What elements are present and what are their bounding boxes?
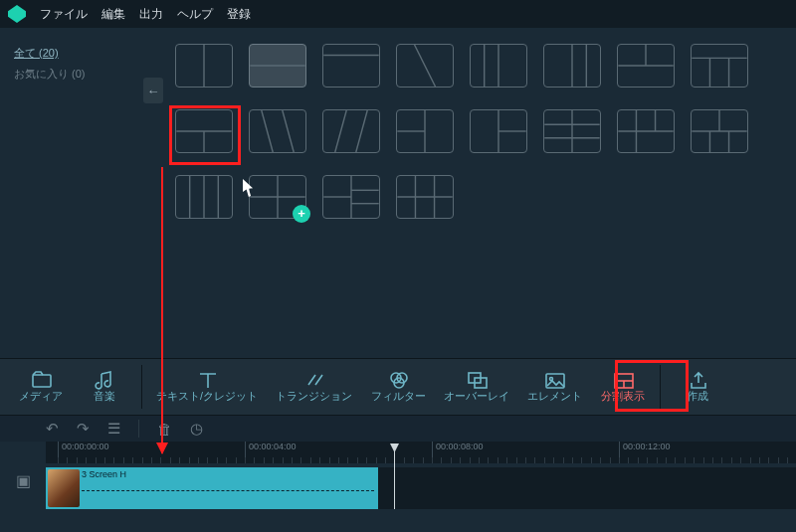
toolbar-separator — [141, 365, 142, 409]
split-icon — [612, 370, 634, 390]
layout-grid-2x2[interactable]: + — [249, 175, 306, 219]
filter-icon — [387, 370, 409, 390]
layout-3row-2col[interactable] — [543, 109, 601, 153]
menu-output[interactable]: 出力 — [139, 6, 163, 23]
music-icon — [94, 370, 115, 390]
layout-3col-r[interactable] — [543, 44, 601, 88]
workspace: 全て (20) お気に入り (0) ← — [0, 28, 796, 358]
svg-line-3 — [415, 45, 436, 87]
layout-2col[interactable] — [175, 44, 233, 88]
layout-top-split[interactable] — [617, 44, 675, 88]
timeline-tools: ↶ ↷ ☰ 🗑 ◷ — [0, 416, 796, 442]
sidebar-favorites[interactable]: お気に入り (0) — [14, 68, 86, 80]
svg-rect-45 — [33, 375, 51, 387]
menu-bar: ファイル 編集 出力 ヘルプ 登録 — [0, 0, 796, 28]
tool-element[interactable]: エレメント — [519, 366, 590, 408]
tool-filter-label: フィルター — [371, 390, 426, 404]
ruler-tick-major: 00:00:12:00 — [619, 442, 671, 463]
layout-quad-b[interactable] — [691, 109, 748, 153]
tool-element-label: エレメント — [527, 390, 582, 404]
tool-overlay[interactable]: オーバーレイ — [436, 366, 517, 408]
layout-tri-a[interactable] — [691, 44, 748, 88]
track-lane[interactable]: 3 Screen H — [46, 467, 796, 509]
clip-label: 3 Screen H — [82, 469, 126, 479]
tool-text[interactable]: テキスト/クレジット — [148, 366, 266, 408]
ruler-tick-major: 00:00:08:00 — [432, 442, 484, 463]
clip-audio-line — [82, 490, 374, 491]
tool-split-label: 分割表示 — [601, 390, 645, 404]
category-toolbar: メディア 音楽 テキスト/クレジット トランジション フィルター オーバーレイ … — [0, 358, 796, 416]
tool-split[interactable]: 分割表示 — [592, 366, 654, 408]
tool-transition-label: トランジション — [276, 390, 352, 404]
transition-icon — [303, 370, 325, 390]
layout-diag[interactable] — [396, 44, 454, 88]
track-head-icon[interactable]: ▣ — [0, 463, 46, 531]
tool-music[interactable]: 音楽 — [74, 366, 135, 408]
layout-grid-2x3[interactable] — [396, 175, 454, 219]
image-icon — [543, 370, 565, 390]
folder-icon — [30, 370, 52, 390]
menu-edit[interactable]: 編集 — [101, 6, 125, 23]
tool-overlay-label: オーバーレイ — [444, 390, 509, 404]
svg-line-16 — [283, 110, 294, 152]
svg-line-15 — [262, 110, 273, 152]
timeline-ruler[interactable]: 00:00:00:0000:00:04:0000:00:08:0000:00:1… — [46, 442, 796, 463]
svg-line-17 — [335, 110, 346, 152]
undo-icon[interactable]: ↶ — [46, 420, 59, 438]
tool-music-label: 音楽 — [94, 390, 115, 404]
sidebar-back-button[interactable]: ← — [143, 78, 163, 103]
layout-grid: + — [159, 28, 796, 358]
tool-export[interactable]: 作成 — [667, 366, 728, 408]
ruler-tick-major: 00:00:00:00 — [58, 442, 109, 463]
app-logo-icon — [8, 5, 26, 23]
layout-diag3-a[interactable] — [249, 109, 306, 153]
playhead[interactable] — [394, 445, 395, 509]
toolbar-separator — [660, 365, 661, 409]
layout-diag3-b[interactable] — [322, 109, 380, 153]
layout-3col-l[interactable] — [470, 44, 527, 88]
video-clip[interactable]: 3 Screen H — [46, 467, 378, 509]
text-icon — [196, 370, 218, 390]
tool-media[interactable]: メディア — [10, 366, 72, 408]
svg-line-18 — [356, 110, 367, 152]
sidebar: 全て (20) お気に入り (0) — [0, 28, 159, 358]
tool-transition[interactable]: トランジション — [268, 366, 361, 408]
tool-text-label: テキスト/クレジット — [156, 390, 258, 404]
delete-icon[interactable]: 🗑 — [157, 421, 172, 438]
menu-file[interactable]: ファイル — [40, 6, 88, 23]
layout-quad-a[interactable] — [617, 109, 675, 153]
settings-icon[interactable]: ☰ — [107, 420, 120, 438]
export-icon — [687, 370, 708, 390]
layout-mixed-a[interactable] — [322, 175, 380, 219]
clip-thumbnail — [48, 469, 80, 507]
layout-narrow-top[interactable] — [322, 44, 380, 88]
layout-bottom-split[interactable] — [175, 109, 233, 153]
layout-right-split[interactable] — [470, 109, 527, 153]
separator — [138, 420, 139, 438]
tool-filter[interactable]: フィルター — [363, 366, 434, 408]
history-icon[interactable]: ◷ — [190, 420, 203, 438]
tool-export-label: 作成 — [687, 390, 708, 404]
layout-4col[interactable] — [175, 175, 233, 219]
tool-media-label: メディア — [19, 390, 63, 404]
add-badge-icon[interactable]: + — [293, 205, 310, 223]
layout-left-split[interactable] — [396, 109, 454, 153]
menu-register[interactable]: 登録 — [227, 6, 251, 23]
ruler-tick-major: 00:00:04:00 — [245, 442, 297, 463]
menu-help[interactable]: ヘルプ — [177, 6, 213, 23]
svg-rect-51 — [546, 374, 564, 388]
overlay-icon — [466, 370, 488, 390]
track-area: ▣ 3 Screen H — [0, 463, 796, 531]
sidebar-all-link[interactable]: 全て (20) — [14, 46, 59, 61]
redo-icon[interactable]: ↷ — [77, 420, 90, 438]
layout-2row[interactable] — [249, 44, 306, 88]
